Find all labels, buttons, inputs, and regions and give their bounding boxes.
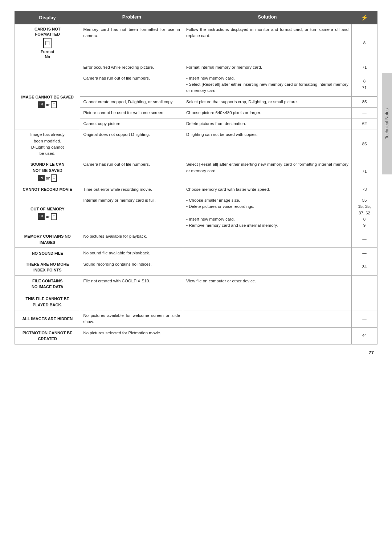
page-wrapper: Display Problem Solution ⚡ CARD IS NOTFO… — [0, 0, 392, 366]
display-cell: FILE CONTAINSNO IMAGE DATATHIS FILE CANN… — [15, 275, 80, 310]
problem-cell: No pictures available for playback. — [80, 231, 183, 248]
display-cell: PICTMOTION CANNOT BECREATED — [15, 327, 80, 344]
problem-cell: No sound file available for playback. — [80, 248, 352, 259]
problem-cell: Camera has run out of file numbers. — [80, 159, 183, 184]
problem-cell: Camera has run out of file numbers. — [80, 73, 183, 96]
solution-cell: Select picture that supports crop, D-lig… — [183, 96, 352, 107]
header-icon: ⚡ — [352, 11, 377, 24]
solution-cell: Follow the instructions displayed in mon… — [183, 24, 352, 62]
number-cell: 71 — [352, 62, 377, 73]
problem-cell: Error occurred while recording picture. — [80, 62, 183, 73]
display-cell: NO SOUND FILE — [15, 248, 80, 259]
table-row: Error occurred while recording picture.F… — [15, 62, 377, 73]
number-cell: 85 — [352, 96, 377, 107]
solution-cell: Format internal memory or memory card. — [183, 62, 352, 73]
problem-cell: Internal memory or memory card is full. — [80, 195, 183, 231]
display-cell: THERE ARE NO MOREINDEX POINTS — [15, 259, 80, 275]
problem-cell: Time out error while recording movie. — [80, 184, 183, 195]
display-cell: CANNOT RECORD MOVIE — [15, 184, 80, 195]
display-cell: SOUND FILE CANNOT BE SAVED IN or □ — [15, 159, 80, 184]
problem-cell: File not created with COOLPIX S10. — [80, 275, 183, 310]
display-cell: OUT OF MEMORY IN or □ — [15, 195, 80, 231]
number-cell: 34 — [352, 259, 377, 275]
number-cell: — — [352, 107, 377, 118]
table-row: PICTMOTION CANNOT BECREATEDNo pictures s… — [15, 327, 377, 344]
number-cell: 73 — [352, 184, 377, 195]
table-row: IMAGE CANNOT BE SAVED IN or □ Camera has… — [15, 73, 377, 96]
number-cell: 62 — [352, 118, 377, 129]
display-cell: CARD IS NOTFORMATTED□FormatNo — [15, 24, 80, 62]
main-table: Display Problem Solution ⚡ CARD IS NOTFO… — [15, 11, 377, 344]
problem-cell: Cannot create cropped, D-lighting, or sm… — [80, 96, 183, 107]
solution-cell: Delete pictures from destination. — [183, 118, 352, 129]
table-row: Image has alreadybeen modified.D-Lightin… — [15, 129, 377, 159]
page-number: 77 — [369, 350, 374, 355]
solution-cell: Choose picture 640×480 pixels or larger. — [183, 107, 352, 118]
number-cell: 44 — [352, 327, 377, 344]
solution-cell: D-lighting can not be used with copies. — [183, 129, 352, 159]
table-row: THERE ARE NO MOREINDEX POINTSSound recor… — [15, 259, 377, 275]
problem-cell: No pictures selected for Pictmotion movi… — [80, 327, 352, 344]
number-cell: 85 — [352, 129, 377, 159]
solution-cell — [183, 231, 352, 248]
table-row: CANNOT RECORD MOVIETime out error while … — [15, 184, 377, 195]
problem-cell: No pictures available for welcome screen… — [80, 310, 183, 328]
display-cell — [15, 62, 80, 73]
number-cell: 71 — [352, 159, 377, 184]
table-row: SOUND FILE CANNOT BE SAVED IN or □ Camer… — [15, 159, 377, 184]
technical-notes-bar: Technical Notes — [382, 73, 392, 174]
technical-notes-label: Technical Notes — [384, 108, 389, 139]
number-cell: 55 15, 35, 37, 62 8 9 — [352, 195, 377, 231]
problem-cell: Original does not support D-lighting. — [80, 129, 183, 159]
display-cell: MEMORY CONTAINS NOIMAGES — [15, 231, 80, 248]
number-cell: — — [352, 248, 377, 259]
problem-cell: Sound recording contains no indices. — [80, 259, 352, 275]
table-row: CARD IS NOTFORMATTED□FormatNoMemory card… — [15, 24, 377, 62]
display-cell: Image has alreadybeen modified.D-Lightin… — [15, 129, 80, 159]
solution-cell: Select [Reset all] after either insertin… — [183, 159, 352, 184]
solution-cell: • Choose smaller image size.• Delete pic… — [183, 195, 352, 231]
solution-cell: Choose memory card with faster write spe… — [183, 184, 352, 195]
solution-cell: • Insert new memory card.• Select [Reset… — [183, 73, 352, 96]
problem-cell: Memory card has not been formatted for u… — [80, 24, 183, 62]
display-cell: ALL IMAGES ARE HIDDEN — [15, 310, 80, 328]
number-cell: — — [352, 310, 377, 328]
problem-cell: Picture cannot be used for welcome scree… — [80, 107, 183, 118]
table-row: ALL IMAGES ARE HIDDENNo pictures availab… — [15, 310, 377, 328]
solution-cell: View file on computer or other device. — [183, 275, 352, 310]
number-cell: — — [352, 275, 377, 310]
table-row: MEMORY CONTAINS NOIMAGESNo pictures avai… — [15, 231, 377, 248]
number-cell: — — [352, 231, 377, 248]
table-row: NO SOUND FILENo sound file available for… — [15, 248, 377, 259]
solution-cell — [183, 310, 352, 328]
table-row: OUT OF MEMORY IN or □ Internal memory or… — [15, 195, 377, 231]
problem-cell: Cannot copy picture. — [80, 118, 183, 129]
display-cell: IMAGE CANNOT BE SAVED IN or □ — [15, 73, 80, 129]
number-cell: 8 71 — [352, 73, 377, 96]
header-solution: Solution — [183, 11, 352, 24]
number-cell: 8 — [352, 24, 377, 62]
table-row: FILE CONTAINSNO IMAGE DATATHIS FILE CANN… — [15, 275, 377, 310]
header-problem: Problem — [80, 11, 183, 24]
header-display: Display — [15, 11, 80, 24]
